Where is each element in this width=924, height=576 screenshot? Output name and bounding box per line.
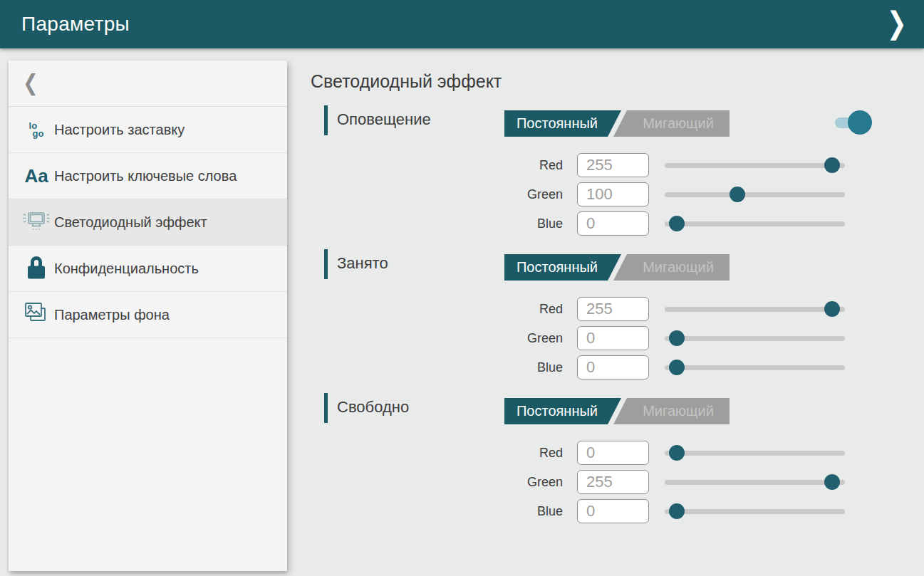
slider-track[interactable] xyxy=(665,163,845,168)
channel-label: Blue xyxy=(310,355,563,379)
channel-slider xyxy=(665,470,845,494)
background-icon xyxy=(19,300,54,329)
lock-icon xyxy=(19,254,54,283)
mode-option-solid[interactable]: Постоянный xyxy=(504,254,621,281)
channel-row: Red xyxy=(310,441,924,465)
app-header: Параметры ❯ xyxy=(0,0,924,48)
section-name: Оповещение xyxy=(337,110,431,129)
channel-label: Red xyxy=(310,297,563,321)
section-accent-bar xyxy=(324,105,328,135)
led-section: Свободно Мигающий Постоянный Red Green B… xyxy=(310,393,924,537)
main-title: Светодиодный эффект xyxy=(311,71,502,92)
sidebar-item[interactable]: Параметры фона xyxy=(9,292,287,338)
sidebar-collapse-button[interactable]: ❮ xyxy=(9,61,287,107)
slider-track[interactable] xyxy=(665,336,845,341)
forward-chevron-icon[interactable]: ❯ xyxy=(887,5,908,41)
logo-icon: logo xyxy=(19,122,54,137)
channel-value-input[interactable] xyxy=(577,297,649,321)
sidebar-item[interactable]: logo Настроить заставку xyxy=(9,107,287,153)
channel-value-input[interactable] xyxy=(577,470,649,494)
channel-row: Green xyxy=(310,182,924,206)
channel-row: Blue xyxy=(310,499,924,523)
sidebar-menu: logo Настроить заставку Aa Настроить клю… xyxy=(9,107,287,338)
channel-slider xyxy=(665,153,845,177)
channel-slider xyxy=(665,326,845,350)
sidebar-item-label: Светодиодный эффект xyxy=(54,213,207,232)
slider-track[interactable] xyxy=(665,221,845,226)
mode-option-solid[interactable]: Постоянный xyxy=(504,398,621,424)
sidebar-item-label: Настроить заставку xyxy=(54,120,185,140)
channel-value-input[interactable] xyxy=(577,211,649,236)
slider-thumb[interactable] xyxy=(669,216,685,231)
channel-value-input[interactable] xyxy=(577,441,649,465)
channel-value-input[interactable] xyxy=(577,499,649,523)
channel-row: Red xyxy=(310,153,924,177)
page-title: Параметры xyxy=(21,13,130,36)
channel-slider xyxy=(665,499,845,523)
channel-label: Green xyxy=(310,182,563,206)
slider-thumb[interactable] xyxy=(669,360,685,375)
channel-value-input[interactable] xyxy=(577,153,649,177)
switch-knob[interactable] xyxy=(848,110,872,135)
slider-track[interactable] xyxy=(665,480,845,485)
channel-slider xyxy=(665,211,845,236)
slider-thumb[interactable] xyxy=(669,445,685,461)
back-chevron-icon: ❮ xyxy=(23,70,38,96)
led-section: Занято Мигающий Постоянный Red Green Blu… xyxy=(310,249,924,393)
channel-label: Blue xyxy=(310,499,563,523)
mode-toggle: Мигающий Постоянный xyxy=(504,110,730,137)
channel-row: Green xyxy=(310,326,924,350)
section-accent-bar xyxy=(324,249,328,279)
channel-label: Blue xyxy=(310,211,563,236)
slider-thumb[interactable] xyxy=(669,503,685,519)
channel-slider xyxy=(665,182,845,206)
slider-track[interactable] xyxy=(665,365,845,370)
slider-thumb[interactable] xyxy=(824,474,840,490)
channel-row: Red xyxy=(310,297,924,321)
sidebar: ❮ logo Настроить заставку Aa Настроить к… xyxy=(9,61,287,571)
mode-toggle: Мигающий Постоянный xyxy=(504,254,730,281)
sidebar-item-label: Настроить ключевые слова xyxy=(54,167,237,186)
channel-slider xyxy=(665,355,845,379)
channel-slider xyxy=(665,441,845,465)
slider-thumb[interactable] xyxy=(669,330,685,346)
led-effect-icon xyxy=(19,210,54,234)
sidebar-item-label: Конфиденциальность xyxy=(54,259,199,278)
channel-row: Blue xyxy=(310,355,924,379)
channel-label: Green xyxy=(310,326,563,350)
mode-option-solid[interactable]: Постоянный xyxy=(504,110,621,137)
channel-value-input[interactable] xyxy=(577,326,649,350)
mode-toggle: Мигающий Постоянный xyxy=(504,398,730,424)
sidebar-item[interactable]: Светодиодный эффект xyxy=(9,199,287,246)
keywords-icon: Aa xyxy=(19,167,54,185)
slider-track[interactable] xyxy=(665,509,845,514)
slider-track[interactable] xyxy=(665,307,845,312)
channel-row: Blue xyxy=(310,211,924,236)
channel-value-input[interactable] xyxy=(577,355,649,379)
channel-label: Red xyxy=(310,153,563,177)
sidebar-item[interactable]: Конфиденциальность xyxy=(9,246,287,292)
section-name: Свободно xyxy=(337,398,409,417)
channel-slider xyxy=(665,297,845,321)
slider-thumb[interactable] xyxy=(824,157,840,173)
channel-row: Green xyxy=(310,470,924,494)
channel-label: Green xyxy=(310,470,563,494)
channel-label: Red xyxy=(310,441,563,465)
slider-thumb[interactable] xyxy=(730,187,745,202)
sidebar-item[interactable]: Aa Настроить ключевые слова xyxy=(9,153,287,199)
channel-value-input[interactable] xyxy=(577,182,649,206)
slider-track[interactable] xyxy=(665,192,845,197)
slider-thumb[interactable] xyxy=(824,301,840,317)
led-section: Оповещение Мигающий Постоянный Red Green… xyxy=(310,105,924,249)
section-name: Занято xyxy=(337,254,388,273)
section-accent-bar xyxy=(324,393,328,423)
slider-track[interactable] xyxy=(665,451,845,456)
sidebar-item-label: Параметры фона xyxy=(54,305,170,325)
